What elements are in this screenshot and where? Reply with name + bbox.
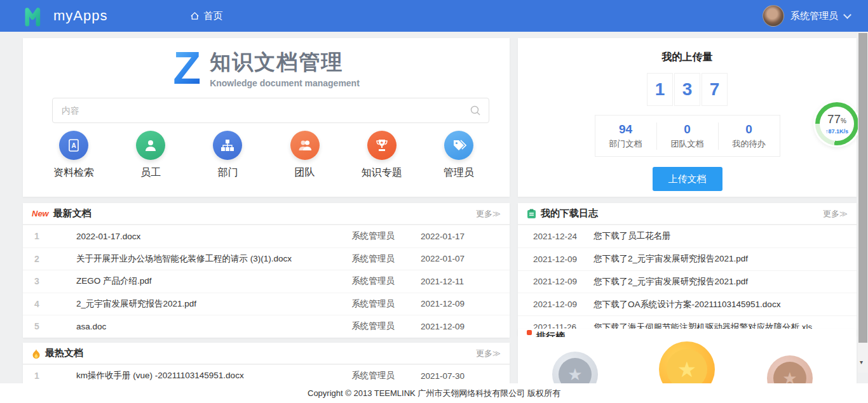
nav-home[interactable]: 首页 [190,10,222,22]
shortcut-label: 资料检索 [53,166,94,180]
list-item[interactable]: 2021-12-09 您下载了OA系统设计方案-20211103145951.d… [518,293,857,315]
svg-text:A: A [71,142,76,149]
chevron-down-icon [843,11,851,19]
table-row[interactable]: 2 关于开展开业办公场地智能化装修工程的请示 (3)(1).docx 系统管理员… [23,248,510,270]
leaderboard-bullet-icon [527,330,532,335]
latest-docs-more-link[interactable]: 更多≫ [476,208,501,220]
top-navbar: myApps 首页 系统管理员 [0,0,868,32]
trophy-icon: ★ [367,131,397,160]
shortcut-label: 部门 [217,166,238,180]
log-date: 2021-12-09 [533,254,593,264]
doc-name[interactable]: 2_元宇宙发展研究报告2021.pdf [51,298,325,310]
log-text: 您下载了2_元宇宙发展研究报告2021.pdf [593,253,857,265]
stat-label: 部门文档 [595,138,656,150]
stat-label: 我的待办 [719,138,780,150]
list-item[interactable]: 2021-12-24 您下载了员工花名册 [518,225,857,248]
shortcut-knowledge-topic[interactable]: ★ 知识专题 [350,131,414,180]
hot-docs-title: 最热文档 [45,347,83,359]
doc-date: 2021-12-11 [421,277,510,286]
list-item[interactable]: 2021-12-09 您下载了2_元宇宙发展研究报告2021.pdf [518,248,857,270]
shortcut-department[interactable]: 部门 [196,131,259,180]
log-text: 您下载了员工花名册 [593,230,857,242]
table-row[interactable]: 4 2_元宇宙发展研究报告2021.pdf 系统管理员 2021-12-09 [23,293,510,315]
doc-date: 2022-01-17 [421,232,510,241]
upload-doc-button[interactable]: 上传文档 [653,167,722,191]
scrollbar-thumb[interactable] [858,33,867,343]
org-chart-icon [213,131,242,160]
page-scrollbar[interactable]: ▾ [858,32,868,373]
shortcut-team[interactable]: 团队 [273,131,337,180]
footer: Copyright © 2013 TEEMLINK 广州市天翎网络科技有限公司 … [0,383,868,403]
shortcut-data-search[interactable]: A 资料检索 [42,131,105,180]
doc-date: 2021-12-09 [421,322,510,331]
svg-text:★: ★ [380,140,384,145]
upload-count-digit: 7 [702,73,728,106]
doc-stats: 94 部门文档 0 团队文档 0 我的待办 [595,115,780,157]
brand-name: myApps [53,8,107,24]
stat-label: 团队文档 [657,138,718,150]
app-logo: Z 知识文档管理 Knowledge document management [23,47,510,89]
search-input[interactable] [52,98,489,123]
team-icon [290,131,320,160]
leaderboard-title: 排行榜 [536,332,565,337]
stat-team-docs[interactable]: 0 团队文档 [656,122,718,150]
speed-rate: ↑87.1K/s [825,128,848,135]
log-text: 您下载了2_元宇宙发展研究报告2021.pdf [593,276,857,287]
log-date: 2021-12-09 [533,300,593,309]
list-item[interactable]: 2021-12-09 您下载了2_元宇宙发展研究报告2021.pdf [518,270,857,293]
table-row[interactable]: 3 ZEGO 产品介绍.pdf 系统管理员 2021-12-11 [23,270,510,293]
shortcut-label: 团队 [295,166,315,180]
log-date: 2021-12-24 [533,232,593,241]
download-log-more-link[interactable]: 更多≫ [823,208,848,220]
doc-name[interactable]: 关于开展开业办公场地智能化装修工程的请示 (3)(1).docx [51,253,325,265]
doc-author: 系统管理员 [325,298,421,310]
upload-speed-widget[interactable]: 77% ↑87.1K/s [815,102,858,145]
row-index: 4 [23,299,51,309]
shortcut-employee[interactable]: 员工 [119,131,182,180]
scrollbar-down-arrow-icon[interactable]: ▾ [860,359,863,366]
log-date: 2021-12-09 [533,277,593,286]
row-index: 2 [23,254,51,264]
stat-value: 0 [657,122,718,136]
upload-count-digit: 1 [647,73,673,106]
stat-value: 0 [719,122,780,136]
hero-card: Z 知识文档管理 Knowledge document management A… [23,38,510,197]
doc-name[interactable]: km操作收手册 (vue) -20211103145951.docx [51,370,325,381]
employee-icon [136,131,165,160]
document-search-icon: A [59,131,88,160]
app-title: 知识文档管理 [210,48,360,77]
flame-icon [32,348,41,359]
doc-author: 系统管理员 [325,320,421,332]
table-row[interactable]: 5 asa.doc 系统管理员 2021-12-09 [23,315,510,338]
row-index: 1 [23,371,51,381]
shortcut-admin[interactable]: 管理员 [427,131,491,180]
stat-department-docs[interactable]: 94 部门文档 [595,122,656,150]
latest-docs-title: 最新文档 [53,208,92,220]
user-avatar [763,5,784,27]
shortcut-label: 知识专题 [362,166,402,180]
doc-name[interactable]: 2022-01-17.docx [51,232,325,241]
myapps-m-icon [24,5,48,27]
doc-date: 2021-12-09 [421,299,510,308]
doc-name[interactable]: asa.doc [51,322,325,331]
search-icon[interactable] [469,104,482,117]
user-menu[interactable]: 系统管理员 [763,5,850,27]
clipboard-icon [527,209,536,219]
user-name: 系统管理员 [790,10,838,22]
app-subtitle: Knowledge document management [210,78,360,88]
download-log-card: 我的下载日志 更多≫ 2021-12-24 您下载了员工花名册 2021-12-… [518,203,857,336]
hot-docs-more-link[interactable]: 更多≫ [476,348,501,359]
row-index: 1 [23,231,51,241]
row-index: 5 [23,321,51,331]
doc-name[interactable]: ZEGO 产品介绍.pdf [51,275,325,287]
doc-author: 系统管理员 [325,275,421,287]
stat-my-todo[interactable]: 0 我的待办 [718,122,780,150]
shortcut-label: 管理员 [444,166,474,180]
upload-panel: 我的上传量 1 3 7 94 部门文档 0 团队文档 0 我的待办 上传文档 [518,38,857,197]
nav-home-label: 首页 [203,10,222,22]
z-logo-icon: Z [173,47,201,89]
row-index: 3 [23,276,51,286]
table-row[interactable]: 1 2022-01-17.docx 系统管理员 2022-01-17 [23,225,510,248]
doc-author: 系统管理员 [325,253,421,265]
brand-logo[interactable]: myApps [24,5,107,27]
